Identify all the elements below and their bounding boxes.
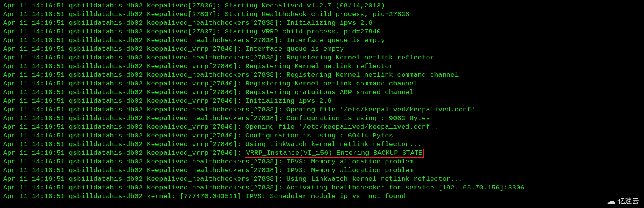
- log-prefix: Apr 11 14:16:51 qsbilldatahis-db02 Keepa…: [3, 175, 286, 183]
- log-message: Initializing ipvs 2.6: [286, 19, 373, 27]
- log-message: Using LinkWatch kernel netlink reflector…: [245, 141, 422, 148]
- log-prefix: Apr 11 14:16:51 qsbilldatahis-db02 Keepa…: [3, 158, 286, 165]
- log-message: Starting Keepalived v1.2.7 (08/14,2013): [225, 2, 385, 9]
- log-line: Apr 11 14:16:51 qsbilldatahis-db02 Keepa…: [3, 97, 641, 106]
- log-message: Registering Kernel netlink reflector: [286, 54, 434, 61]
- log-prefix: Apr 11 14:16:51 qsbilldatahis-db02 Keepa…: [3, 141, 245, 148]
- log-prefix: Apr 11 14:16:51 qsbilldatahis-db02 Keepa…: [3, 89, 245, 96]
- log-message: IPVS: Memory allocation problem: [286, 167, 414, 174]
- log-line: Apr 11 14:16:51 qsbilldatahis-db02 Keepa…: [3, 54, 641, 62]
- log-prefix: Apr 11 14:16:51 qsbilldatahis-db02 Keepa…: [3, 54, 286, 61]
- log-message: Registering Kernel netlink command chann…: [245, 80, 418, 87]
- log-message: Configuration is using : 60414 Bytes: [245, 132, 393, 139]
- log-prefix: Apr 11 14:16:51 qsbilldatahis-db02 Keepa…: [3, 184, 286, 191]
- log-prefix: Apr 11 14:16:51 qsbilldatahis-db02 Keepa…: [3, 106, 286, 113]
- log-prefix: Apr 11 14:16:51 qsbilldatahis-db02 Keepa…: [3, 115, 286, 122]
- log-line: Apr 11 14:16:51 qsbilldatahis-db02 Keepa…: [3, 158, 641, 166]
- log-line: Apr 11 14:16:51 qsbilldatahis-db02 Keepa…: [3, 28, 641, 36]
- log-message: [777470.043511] IPVS: Scheduler module i…: [180, 193, 405, 200]
- log-line: Apr 11 14:16:51 qsbilldatahis-db02 Keepa…: [3, 166, 641, 175]
- watermark-text: 亿速云: [618, 196, 639, 206]
- log-line: Apr 11 14:16:51 qsbilldatahis-db02 Keepa…: [3, 45, 641, 54]
- watermark: ☁ 亿速云: [607, 196, 639, 206]
- log-prefix: Apr 11 14:16:51 qsbilldatahis-db02 Keepa…: [3, 123, 245, 131]
- log-line: Apr 11 14:16:51 qsbilldatahis-db02 Keepa…: [3, 19, 641, 28]
- log-prefix: Apr 11 14:16:51 qsbilldatahis-db02 Keepa…: [3, 2, 225, 9]
- log-message: Using LinkWatch kernel netlink reflector…: [286, 175, 463, 183]
- log-prefix: Apr 11 14:16:51 qsbilldatahis-db02 Keepa…: [3, 97, 245, 105]
- log-line: Apr 11 14:16:51 qsbilldatahis-db02 Keepa…: [3, 114, 641, 123]
- log-message: Initializing ipvs 2.6: [245, 97, 331, 105]
- log-message: Starting Healthcheck child process, pid=…: [225, 11, 410, 18]
- log-message: Configuration is using : 9063 Bytes: [286, 115, 430, 122]
- log-line: Apr 11 14:16:51 qsbilldatahis-db02 Keepa…: [3, 62, 641, 71]
- log-line: Apr 11 14:16:51 qsbilldatahis-db02 Keepa…: [3, 140, 641, 149]
- log-line: Apr 11 14:16:51 qsbilldatahis-db02 Keepa…: [3, 36, 641, 45]
- terminal-output[interactable]: Apr 11 14:16:51 qsbilldatahis-db02 Keepa…: [0, 0, 644, 202]
- log-prefix: Apr 11 14:16:51 qsbilldatahis-db02 Keepa…: [3, 80, 245, 87]
- log-message: Interface queue is empty: [245, 45, 344, 53]
- log-prefix: Apr 11 14:16:51 qsbilldatahis-db02 Keepa…: [3, 19, 286, 27]
- log-line: Apr 11 14:16:51 qsbilldatahis-db02 Keepa…: [3, 149, 641, 158]
- log-message: Interface queue is empty: [286, 37, 385, 44]
- log-message: VRRP_Instance(VI_156) Entering BACKUP ST…: [245, 149, 424, 158]
- log-prefix: Apr 11 14:16:51 qsbilldatahis-db02 kerne…: [3, 193, 180, 200]
- log-message: Registering Kernel netlink reflector: [245, 63, 393, 70]
- log-message: Opening file '/etc/keepalived/keepalived…: [286, 106, 479, 113]
- log-message: Starting VRRP child process, pid=27840: [225, 28, 381, 35]
- log-prefix: Apr 11 14:16:51 qsbilldatahis-db02 Keepa…: [3, 28, 225, 35]
- log-line: Apr 11 14:16:51 qsbilldatahis-db02 Keepa…: [3, 10, 641, 19]
- log-prefix: Apr 11 14:16:51 qsbilldatahis-db02 Keepa…: [3, 71, 286, 79]
- cloud-icon: ☁: [607, 197, 616, 205]
- log-line: Apr 11 14:16:51 qsbilldatahis-db02 Keepa…: [3, 123, 641, 132]
- log-prefix: Apr 11 14:16:51 qsbilldatahis-db02 Keepa…: [3, 45, 245, 53]
- log-line: Apr 11 14:16:51 qsbilldatahis-db02 kerne…: [3, 192, 641, 201]
- log-message: IPVS: Memory allocation problem: [286, 158, 414, 165]
- log-line: Apr 11 14:16:51 qsbilldatahis-db02 Keepa…: [3, 184, 641, 192]
- log-prefix: Apr 11 14:16:51 qsbilldatahis-db02 Keepa…: [3, 37, 286, 44]
- log-prefix: Apr 11 14:16:51 qsbilldatahis-db02 Keepa…: [3, 11, 225, 18]
- log-prefix: Apr 11 14:16:51 qsbilldatahis-db02 Keepa…: [3, 132, 245, 139]
- log-line: Apr 11 14:16:51 qsbilldatahis-db02 Keepa…: [3, 106, 641, 114]
- log-message: Activating healthchecker for service [19…: [286, 184, 524, 191]
- log-line: Apr 11 14:16:51 qsbilldatahis-db02 Keepa…: [3, 80, 641, 88]
- log-line: Apr 11 14:16:51 qsbilldatahis-db02 Keepa…: [3, 88, 641, 97]
- log-prefix: Apr 11 14:16:51 qsbilldatahis-db02 Keepa…: [3, 149, 245, 157]
- log-prefix: Apr 11 14:16:51 qsbilldatahis-db02 Keepa…: [3, 167, 286, 174]
- log-message: Opening file '/etc/keepalived/keepalived…: [245, 123, 438, 131]
- log-line: Apr 11 14:16:51 qsbilldatahis-db02 Keepa…: [3, 175, 641, 184]
- log-line: Apr 11 14:16:51 qsbilldatahis-db02 Keepa…: [3, 71, 641, 80]
- log-message: Registering Kernel netlink command chann…: [286, 71, 459, 79]
- log-message: Registering gratuitous ARP shared channe…: [245, 89, 414, 96]
- log-prefix: Apr 11 14:16:51 qsbilldatahis-db02 Keepa…: [3, 63, 245, 70]
- log-line: Apr 11 14:16:51 qsbilldatahis-db02 Keepa…: [3, 132, 641, 140]
- log-line: Apr 11 14:16:51 qsbilldatahis-db02 Keepa…: [3, 2, 641, 10]
